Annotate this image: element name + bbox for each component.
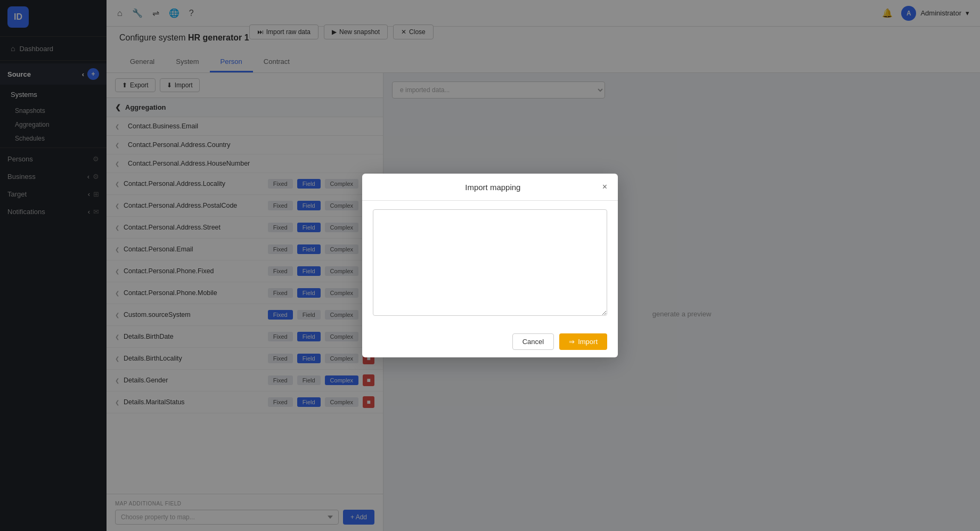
import-mapping-modal: Import mapping × Cancel ⇒ Import	[362, 174, 618, 357]
mapping-textarea[interactable]	[373, 209, 607, 316]
modal-body	[362, 201, 618, 326]
modal-header: Import mapping ×	[362, 174, 618, 201]
import-arrow-icon: ⇒	[569, 338, 575, 346]
modal-title: Import mapping	[383, 183, 602, 192]
modal-overlay: Import mapping × Cancel ⇒ Import	[0, 0, 980, 531]
cancel-button[interactable]: Cancel	[512, 333, 554, 350]
import-confirm-button[interactable]: ⇒ Import	[559, 333, 607, 350]
modal-footer: Cancel ⇒ Import	[362, 326, 618, 357]
modal-close-button[interactable]: ×	[602, 182, 607, 192]
